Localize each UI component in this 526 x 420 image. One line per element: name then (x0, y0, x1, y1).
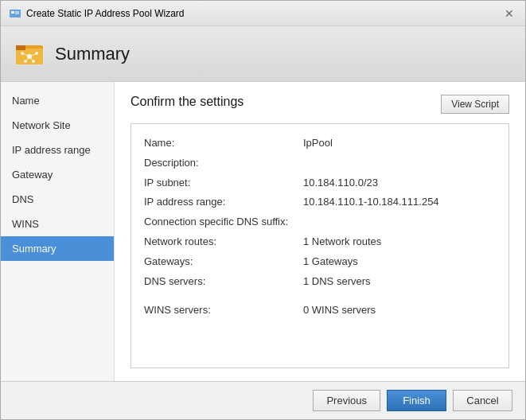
svg-rect-6 (16, 45, 25, 50)
title-bar: Create Static IP Address Pool Wizard ✕ (1, 1, 525, 26)
finish-button[interactable]: Finish (387, 390, 446, 411)
summary-value-gateways: 1 Gateways (303, 254, 358, 270)
title-bar-left: Create Static IP Address Pool Wizard (9, 7, 185, 20)
cancel-button[interactable]: Cancel (453, 390, 512, 411)
summary-row-name: Name: IpPool (144, 135, 496, 152)
previous-button[interactable]: Previous (313, 390, 380, 411)
footer: Previous Finish Cancel (1, 381, 525, 419)
sidebar-item-network-site[interactable]: Network Site (1, 113, 114, 138)
summary-label-name: Name: (144, 135, 303, 152)
summary-label-wins-servers: WINS servers: (144, 302, 303, 319)
summary-label-description: Description: (144, 155, 303, 172)
summary-value-network-routes: 1 Network routes (303, 234, 381, 251)
header-icon (14, 38, 45, 70)
main-content: Confirm the settings View Script Name: I… (115, 82, 525, 381)
sidebar: Name Network Site IP address range Gatew… (1, 82, 115, 381)
wizard-window: Create Static IP Address Pool Wizard ✕ (0, 0, 526, 420)
summary-row-dns-servers: DNS servers: 1 DNS servers (144, 274, 496, 290)
summary-row-ip-subnet: IP subnet: 10.184.110.0/23 (144, 175, 496, 192)
summary-row-network-routes: Network routes: 1 Network routes (144, 234, 496, 251)
summary-label-ip-range: IP address range: (144, 194, 303, 211)
summary-label-gateways: Gateways: (144, 254, 303, 270)
summary-row-description: Description: (144, 155, 496, 172)
summary-row-wins-servers: WINS servers: 0 WINS servers (144, 302, 496, 319)
summary-box: Name: IpPool Description: IP subnet: 10.… (131, 123, 509, 368)
svg-rect-1 (11, 11, 14, 14)
summary-spacer (144, 293, 496, 302)
summary-label-dns-suffix: Connection specific DNS suffix: (144, 214, 303, 231)
title-bar-text: Create Static IP Address Pool Wizard (26, 8, 185, 19)
summary-value-ip-subnet: 10.184.110.0/23 (303, 175, 378, 192)
summary-row-ip-range: IP address range: 10.184.110.1-10.184.11… (144, 194, 496, 211)
summary-value-wins-servers: 0 WINS servers (303, 302, 376, 319)
header-title: Summary (55, 44, 130, 64)
close-button[interactable]: ✕ (501, 6, 517, 21)
sidebar-item-dns[interactable]: DNS (1, 187, 114, 212)
header-band: Summary (1, 26, 525, 82)
summary-value-dns-servers: 1 DNS servers (303, 274, 371, 290)
summary-row-dns-suffix: Connection specific DNS suffix: (144, 214, 496, 231)
summary-label-dns-servers: DNS servers: (144, 274, 303, 290)
sidebar-item-wins[interactable]: WINS (1, 212, 114, 236)
content-area: Name Network Site IP address range Gatew… (1, 82, 525, 381)
confirm-header: Confirm the settings View Script (131, 95, 509, 114)
confirm-title: Confirm the settings (131, 95, 244, 109)
sidebar-item-name[interactable]: Name (1, 88, 114, 113)
summary-label-network-routes: Network routes: (144, 234, 303, 251)
sidebar-item-ip-address-range[interactable]: IP address range (1, 138, 114, 162)
summary-row-gateways: Gateways: 1 Gateways (144, 254, 496, 270)
view-script-button[interactable]: View Script (441, 95, 509, 114)
summary-label-ip-subnet: IP subnet: (144, 175, 303, 192)
summary-value-name: IpPool (303, 135, 333, 152)
sidebar-item-summary[interactable]: Summary (1, 236, 114, 261)
sidebar-item-gateway[interactable]: Gateway (1, 162, 114, 187)
summary-value-ip-range: 10.184.110.1-10.184.111.254 (303, 194, 439, 211)
wizard-icon (9, 7, 21, 20)
